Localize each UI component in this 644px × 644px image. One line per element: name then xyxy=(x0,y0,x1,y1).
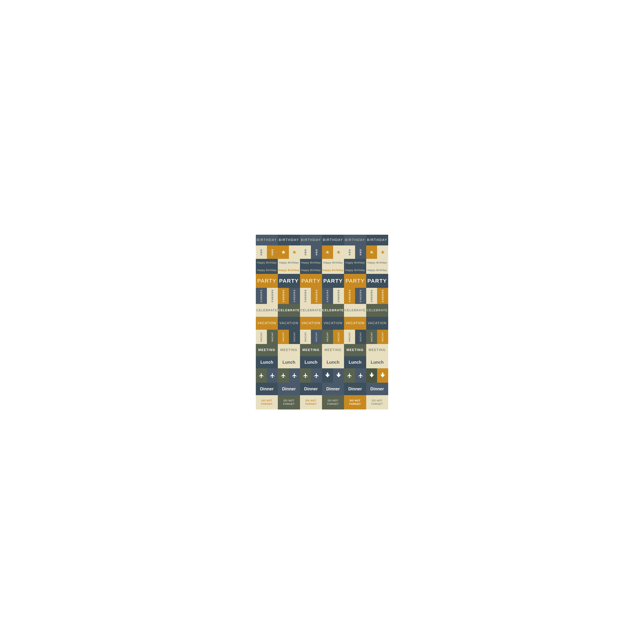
birthday-label-6: BIRTHDAY xyxy=(367,238,387,242)
arrow-down-icon-1b xyxy=(336,372,341,379)
birthday-cell-3: BIRTHDAY xyxy=(300,235,322,245)
arrow-cell-2b xyxy=(377,368,388,383)
lunch-cell-6: Lunch xyxy=(366,356,388,368)
party-label-1: PARTY xyxy=(257,278,276,284)
birthday-label-1: BIRTHDAY xyxy=(257,238,277,242)
party-cell-1: PARTY xyxy=(256,274,278,288)
plane-cell-1b xyxy=(267,368,278,383)
star-cell-6a: ★ xyxy=(366,245,377,259)
hb1-cell-1: Happy Birthday xyxy=(256,259,278,266)
meeting-label-2: MEETING xyxy=(280,348,297,352)
party-cell-5: PARTY xyxy=(344,274,366,288)
plane-icon-2b xyxy=(292,373,297,378)
vacation-label-2: VACATION xyxy=(279,321,298,325)
party-label-2: PARTY xyxy=(279,278,299,284)
cheers-label-2b: CHEERS xyxy=(293,289,296,302)
plane-icon-4b xyxy=(358,373,364,378)
plane-cell-3b xyxy=(311,368,322,383)
hbd-cell-5b: HBD xyxy=(355,245,366,259)
hb1-cell-3: Happy Birthday xyxy=(300,259,322,266)
cheers-label-4b: CHEERS xyxy=(337,289,340,302)
vacay-label-5a: VACAY xyxy=(348,332,351,342)
celebrate-label-2: CELEBRATE xyxy=(278,309,300,312)
dinner-label-6: Dinner xyxy=(370,386,384,391)
hb1-cell-6: Happy Birthday xyxy=(366,259,388,266)
star-icon-2a: ★ xyxy=(281,249,286,255)
star-icon-4b: ★ xyxy=(336,249,341,255)
celebrate-cell-1: CELEBRATE xyxy=(256,304,278,317)
row-happy-bday-2: Happy Birthday Happy Birthday Happy Birt… xyxy=(256,266,388,274)
dnf-cell-4: DO NOT FORGET xyxy=(322,395,344,409)
cheers-label-5a: CHEERS xyxy=(348,289,351,302)
vacay-cell-6a: VACAY xyxy=(366,330,377,344)
dinner-label-5: Dinner xyxy=(348,386,362,391)
vacation-label-3: VACATION xyxy=(302,321,320,325)
plane-icon-1a xyxy=(258,373,264,378)
cheers-label-4a: CHEERS xyxy=(326,289,329,302)
party-label-3: PARTY xyxy=(301,278,321,284)
vacay-label-3a: VACAY xyxy=(304,332,307,342)
svg-rect-7 xyxy=(382,373,383,375)
vacay-cell-4a: VACAY xyxy=(322,330,333,344)
cheers-label-1a: CHEERS xyxy=(260,289,263,302)
svg-marker-6 xyxy=(380,374,385,377)
dinner-cell-6: Dinner xyxy=(366,383,388,395)
hb2-cell-1: Happy Birthday xyxy=(256,266,278,274)
hb1-label-2: Happy Birthday xyxy=(279,261,299,264)
lunch-label-1: Lunch xyxy=(260,360,273,365)
hbd-label-5a: HBD xyxy=(348,249,351,255)
star-cell-4a: ★ xyxy=(322,245,333,259)
hb2-label-1: Happy Birthday xyxy=(257,269,277,272)
arrow-down-icon-2b xyxy=(380,372,386,379)
vacay-label-2b: VACAY xyxy=(293,332,296,342)
meeting-cell-4: MEETING xyxy=(322,344,344,356)
dnf-cell-5: DO NOT FORGET xyxy=(344,395,366,409)
party-cell-6: PARTY xyxy=(366,274,388,288)
hb2-cell-2: Happy Birthday xyxy=(278,266,300,274)
lunch-label-5: Lunch xyxy=(349,360,362,365)
meeting-label-4: MEETING xyxy=(325,348,342,352)
plane-icon-1b xyxy=(270,373,275,378)
meeting-label-5: MEETING xyxy=(347,348,364,352)
row-birthday: BIRTHDAY BIRTHDAY BIRTHDAY BIRTHDAY BIRT… xyxy=(256,235,388,245)
lunch-label-2: Lunch xyxy=(282,360,295,365)
birthday-label-5: BIRTHDAY xyxy=(345,238,365,242)
hb1-label-5: Happy Birthday xyxy=(345,261,365,264)
row-do-not-forget: DO NOT FORGET DO NOT FORGET DO NOT FORGE… xyxy=(256,395,388,409)
cheers-label-1b: CHEERS xyxy=(271,289,274,302)
celebrate-label-5: CELEBRATE xyxy=(345,309,366,312)
hbd-label-3b: HBD xyxy=(315,249,318,255)
hb2-label-3: Happy Birthday xyxy=(301,269,321,272)
svg-rect-5 xyxy=(371,373,372,375)
vacation-cell-5: VACATION xyxy=(344,317,366,330)
hb2-label-6: Happy Birthday xyxy=(367,269,387,272)
dnf-cell-6: DO NOT FORGET xyxy=(366,395,388,409)
plane-cell-4a xyxy=(344,368,355,383)
cheers-cell-6b: CHEERS xyxy=(377,288,388,304)
celebrate-label-4: CELEBRATE xyxy=(322,309,344,312)
cheers-cell-3a: CHEERS xyxy=(300,288,311,304)
hb1-cell-4: Happy Birthday xyxy=(322,259,344,266)
cheers-cell-6a: CHEERS xyxy=(366,288,377,304)
cheers-cell-1b: CHEERS xyxy=(267,288,278,304)
celebrate-label-3: CELEBRATE xyxy=(300,309,321,312)
star-icon-2b: ★ xyxy=(292,249,297,255)
vacay-label-1b: VACAY xyxy=(271,332,274,342)
cheers-cell-3b: CHEERS xyxy=(311,288,322,304)
vacation-label-5: VACATION xyxy=(346,321,364,325)
plane-icon-3b xyxy=(314,373,319,378)
cheers-label-6a: CHEERS xyxy=(370,289,373,302)
dnf-cell-3: DO NOT FORGET xyxy=(300,395,322,409)
meeting-cell-5: MEETING xyxy=(344,344,366,356)
row-lunch: Lunch Lunch Lunch Lunch Lunch Lunch xyxy=(256,356,388,368)
row-hbd: HBD HBD ★ ★ HBD HBD ★ xyxy=(256,245,388,259)
card: BIRTHDAY BIRTHDAY BIRTHDAY BIRTHDAY BIRT… xyxy=(252,231,392,413)
lunch-label-6: Lunch xyxy=(371,360,384,365)
celebrate-cell-3: CELEBRATE xyxy=(300,304,322,317)
celebrate-label-6: CELEBRATE xyxy=(367,309,388,312)
row-vacay: VACAY VACAY VACAY VACAY VACAY VACAY VACA… xyxy=(256,330,388,344)
hb2-label-2: Happy Birthday xyxy=(278,269,299,272)
star-icon-6a: ★ xyxy=(369,249,374,255)
hbd-cell-3a: HBD xyxy=(300,245,311,259)
dinner-cell-2: Dinner xyxy=(278,383,300,395)
